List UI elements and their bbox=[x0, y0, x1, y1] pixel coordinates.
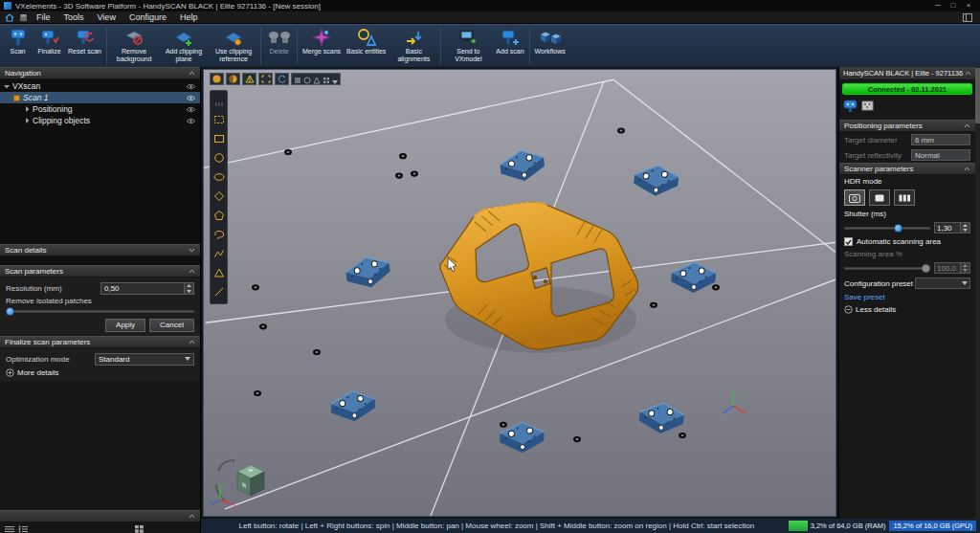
navigation-cube[interactable]: x y z bbox=[209, 455, 270, 513]
positioning-parameters-header[interactable]: Positioning parameters bbox=[839, 120, 975, 132]
select-triangle-tool[interactable] bbox=[213, 265, 225, 282]
select-polyline-tool[interactable] bbox=[213, 246, 225, 263]
view-option-icon[interactable] bbox=[303, 71, 311, 88]
delete-button[interactable]: Delete bbox=[263, 26, 295, 66]
finalize-parameters-header[interactable]: Finalize scan parameters bbox=[0, 336, 200, 348]
tree-item-clipping-objects[interactable]: Clipping objects bbox=[0, 115, 200, 126]
finalize-button[interactable]: Finalize bbox=[33, 26, 65, 66]
select-ellipse-tool[interactable] bbox=[213, 169, 225, 187]
auto-scanning-area-checkbox[interactable] bbox=[844, 237, 853, 246]
tree-item-scan1[interactable]: Scan 1 bbox=[0, 92, 200, 103]
target-diameter-input[interactable] bbox=[912, 135, 969, 144]
menu-configure[interactable]: Configure bbox=[122, 11, 173, 24]
layout-icon[interactable] bbox=[961, 11, 974, 23]
navigation-header[interactable]: Navigation bbox=[0, 67, 200, 79]
dropdown-caret-icon[interactable] bbox=[332, 71, 338, 88]
select-circle-tool[interactable] bbox=[213, 150, 225, 167]
shaded-view-button[interactable] bbox=[210, 73, 224, 85]
grid-view-icon[interactable] bbox=[135, 520, 144, 533]
basic-entities-button[interactable]: Basic entities bbox=[344, 26, 389, 66]
visibility-eye-icon[interactable] bbox=[186, 106, 196, 113]
select-polygon-tool[interactable] bbox=[213, 208, 225, 225]
detail-view-icon[interactable] bbox=[18, 520, 28, 533]
hdr-mode-single-button[interactable] bbox=[869, 189, 890, 206]
select-diamond-tool[interactable] bbox=[213, 189, 225, 206]
remove-background-button[interactable]: Remove background bbox=[109, 26, 159, 66]
scrollbar-thumb[interactable] bbox=[975, 68, 980, 123]
slider-handle[interactable] bbox=[6, 307, 14, 316]
basic-alignments-button[interactable]: Basic alignments bbox=[389, 26, 438, 66]
stepper-arrows[interactable] bbox=[960, 263, 969, 273]
reset-scan-button[interactable]: Reset scan bbox=[65, 26, 104, 66]
tree-item-positioning[interactable]: Positioning bbox=[0, 103, 200, 115]
step-down-icon[interactable] bbox=[185, 288, 193, 294]
send-to-vxmodel-button[interactable]: Send to VXmodel bbox=[443, 26, 493, 66]
visibility-eye-icon[interactable] bbox=[186, 83, 196, 90]
bottom-section-header[interactable] bbox=[0, 510, 200, 522]
scanner-parameters-header[interactable]: Scanner parameters bbox=[839, 163, 975, 175]
menu-tools[interactable]: Tools bbox=[57, 11, 91, 24]
menu-help[interactable]: Help bbox=[173, 11, 205, 24]
resolution-input[interactable] bbox=[101, 283, 184, 294]
scan-button[interactable]: Scan bbox=[2, 26, 33, 66]
select-rect-tool[interactable] bbox=[213, 131, 225, 148]
shutter-stepper[interactable] bbox=[934, 222, 970, 233]
step-down-icon[interactable] bbox=[961, 228, 969, 233]
target-diameter-field[interactable] bbox=[911, 134, 970, 145]
use-clipping-reference-button[interactable]: Use clipping reference bbox=[209, 26, 258, 66]
cancel-button[interactable]: Cancel bbox=[149, 319, 194, 332]
scan-details-header[interactable]: Scan details bbox=[0, 244, 200, 256]
stepper-arrows[interactable] bbox=[184, 283, 193, 294]
hdr-mode-camera-button[interactable] bbox=[844, 189, 865, 206]
select-line-tool[interactable] bbox=[213, 284, 225, 301]
configuration-preset-select[interactable] bbox=[915, 278, 970, 289]
optimization-mode-select[interactable]: Standard bbox=[95, 353, 194, 366]
target-reflectivity-input[interactable] bbox=[912, 150, 969, 160]
select-dashed-rect-tool[interactable] bbox=[213, 112, 225, 129]
visibility-eye-icon[interactable] bbox=[186, 95, 196, 101]
add-scan-button[interactable]: Add scan bbox=[493, 26, 526, 66]
panel-scrollbar[interactable] bbox=[975, 67, 980, 519]
add-clipping-plane-button[interactable]: Add clipping plane bbox=[159, 26, 209, 66]
merge-scans-button[interactable]: Merge scans bbox=[300, 26, 344, 66]
maximize-button[interactable]: □ bbox=[946, 0, 961, 11]
step-down-icon[interactable] bbox=[961, 268, 969, 273]
scanning-area-stepper[interactable] bbox=[934, 262, 970, 274]
calibration-card-icon[interactable] bbox=[861, 99, 874, 116]
stepper-arrows[interactable] bbox=[960, 223, 969, 233]
shutter-input[interactable] bbox=[935, 223, 960, 233]
apply-button[interactable]: Apply bbox=[105, 319, 145, 332]
rotate-view-button[interactable] bbox=[275, 73, 289, 85]
save-preset-link[interactable]: Save preset bbox=[844, 293, 970, 301]
scan-parameters-header[interactable]: Scan parameters bbox=[0, 265, 200, 278]
isolated-patches-slider[interactable] bbox=[6, 307, 194, 316]
less-details-toggle[interactable]: Less details bbox=[844, 305, 970, 314]
more-details-toggle[interactable]: More details bbox=[6, 368, 194, 377]
view-option-icon[interactable] bbox=[313, 71, 321, 88]
viewport-3d[interactable]: x y z bbox=[203, 69, 836, 517]
resolution-stepper[interactable] bbox=[100, 282, 194, 295]
select-lasso-tool[interactable] bbox=[213, 227, 225, 244]
shutter-slider[interactable] bbox=[844, 224, 930, 233]
session-icon[interactable] bbox=[16, 11, 30, 23]
tree-item-vxscan[interactable]: VXscan bbox=[0, 80, 200, 92]
target-reflectivity-field[interactable] bbox=[911, 149, 970, 161]
minimize-button[interactable]: ─ bbox=[930, 0, 946, 11]
wireframe-view-button[interactable] bbox=[242, 73, 256, 85]
scanning-area-input[interactable] bbox=[935, 263, 960, 273]
home-icon[interactable] bbox=[3, 11, 16, 23]
view-option-icon[interactable] bbox=[294, 71, 301, 88]
fit-view-button[interactable] bbox=[258, 73, 273, 85]
device-panel-header[interactable]: HandySCAN BLACK | Elite - 9271136 bbox=[839, 67, 975, 80]
menu-file[interactable]: File bbox=[30, 11, 57, 24]
menu-view[interactable]: View bbox=[91, 11, 122, 24]
list-view-icon[interactable] bbox=[5, 520, 14, 533]
scanning-area-slider[interactable] bbox=[844, 264, 930, 273]
workflows-button[interactable]: Workflows bbox=[532, 26, 568, 66]
slider-handle[interactable] bbox=[922, 264, 930, 273]
slider-handle[interactable] bbox=[894, 224, 902, 233]
shaded-edges-view-button[interactable] bbox=[226, 73, 240, 85]
view-option-icon[interactable] bbox=[323, 71, 330, 88]
scanner-device-icon[interactable] bbox=[843, 99, 858, 116]
scene-canvas[interactable] bbox=[204, 70, 835, 516]
